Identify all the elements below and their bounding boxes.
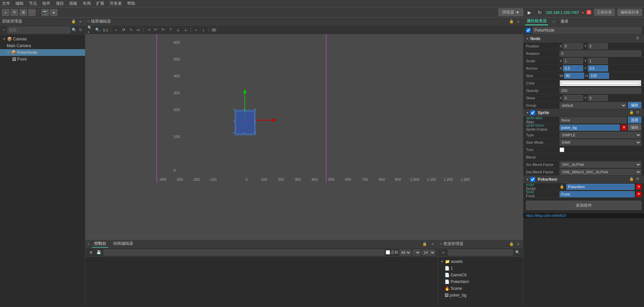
add-button[interactable]: + — [2, 9, 9, 16]
prop-script-remove-button[interactable]: ✕ — [636, 184, 641, 190]
hierarchy-add-button[interactable]: + — [1, 27, 7, 33]
section-sprite-lock[interactable]: 🔒 — [629, 110, 635, 115]
asset-item-gamectl[interactable]: 📄 GameCtl — [438, 272, 523, 278]
settings-button[interactable]: ⋯ — [28, 9, 36, 16]
sprite-enable-checkbox[interactable] — [530, 110, 535, 115]
console-type-select[interactable]: T — [413, 249, 421, 255]
console-clear-button[interactable]: ⊘ — [87, 249, 94, 255]
prop-front-remove-button[interactable]: ✕ — [636, 192, 641, 197]
prop-group-select[interactable]: default — [560, 102, 627, 108]
console-menu-button[interactable]: ≡ — [430, 241, 435, 247]
console-regex-checkbox[interactable] — [386, 250, 390, 254]
prop-size-h[interactable]: 103 — [589, 73, 609, 79]
prop-group-edit-button[interactable]: 编辑 — [628, 102, 641, 108]
prop-sprite-frame-input[interactable]: poker_bg — [560, 125, 620, 131]
menu-extend[interactable]: 扩展 — [96, 1, 104, 6]
tool-align-bottom[interactable]: ⊥ — [182, 27, 189, 33]
prop-sprite-frame-remove-button[interactable]: ✕ — [621, 125, 627, 130]
asset-item-assets[interactable]: ▼ 📁 assets — [438, 258, 523, 265]
prop-front-input[interactable]: Front — [560, 191, 635, 197]
section-sprite-settings[interactable]: ⚙ — [636, 110, 641, 115]
scene-refresh-button[interactable]: ↻ — [536, 9, 543, 16]
console-size-select[interactable]: 14 — [422, 249, 435, 255]
hierarchy-refresh-icon-button[interactable]: ↻ — [78, 27, 84, 33]
node-enable-checkbox[interactable] — [526, 28, 531, 33]
asset-item-pokeritem[interactable]: 📄 PokerItem — [438, 278, 523, 285]
tree-item-poker-node[interactable]: ▼ 📦 PokerNode — [0, 49, 85, 56]
prop-trim-checkbox[interactable] — [560, 147, 564, 152]
asset-item-scene[interactable]: 🔥 Scene — [438, 285, 523, 292]
section-pokeritem-settings[interactable]: ⚙ — [636, 177, 641, 182]
zoom-out-button[interactable]: 🔍- — [95, 27, 102, 33]
prop-scale-y[interactable]: 1 — [588, 58, 608, 64]
prop-color-picker[interactable] — [560, 80, 641, 86]
pokeritem-enable-checkbox[interactable] — [530, 177, 535, 182]
section-node-header[interactable]: ▼ Node ⚙ — [523, 35, 644, 42]
node-name-input[interactable]: PokerNode — [533, 27, 641, 34]
refresh-button[interactable]: ↻ — [11, 9, 18, 16]
tool-fit-height[interactable]: ↕ — [200, 27, 207, 33]
tool-scale[interactable]: ⤡ — [127, 27, 134, 33]
menu-dev[interactable]: 开发者 — [110, 1, 122, 6]
menu-component[interactable]: 组件 — [42, 1, 50, 6]
prop-size-mode-select[interactable]: RAW — [560, 139, 641, 145]
asset-item-poker-bg[interactable]: 🖼 poker_bg — [438, 292, 523, 299]
scene-viewport[interactable]: 使用鼠标右键平移视窗焦点, 使用滚轮缩放视图 — [85, 34, 523, 240]
tool-move[interactable]: ↔ — [113, 27, 119, 33]
asset-lock-button[interactable]: 🔒 — [509, 241, 514, 247]
console-filter-input[interactable] — [104, 249, 384, 255]
play-button[interactable]: ▶ — [526, 9, 533, 16]
console-tab[interactable]: 控制台 — [92, 240, 108, 248]
add-component-button[interactable]: 添加组件 — [526, 201, 641, 210]
project-manager-button[interactable]: 工程目录 — [594, 9, 615, 16]
section-node-settings[interactable]: ⚙ — [636, 36, 641, 41]
tool-align-right[interactable]: ⊢ — [160, 27, 167, 33]
menu-edit[interactable]: 编辑 — [15, 1, 24, 6]
console-lock-button[interactable]: 🔒 — [422, 241, 427, 247]
prop-position-x[interactable]: 0 — [563, 43, 583, 49]
scene-lock-button[interactable]: 🔒 — [509, 19, 514, 24]
prop-scale-x[interactable]: 1 — [563, 58, 583, 64]
screenshot-button[interactable]: 📷 — [41, 9, 49, 16]
prop-skew-y[interactable]: 0 — [588, 95, 608, 101]
asset-search-button[interactable]: 🔍 — [514, 249, 521, 255]
browser-selector[interactable]: 浏览器 ▼ — [498, 8, 523, 16]
zoom-reset-button[interactable]: 1:1 — [102, 27, 109, 33]
editor-manager-button[interactable]: 编辑器目录 — [617, 9, 642, 16]
tool-fit-width[interactable]: ↔ — [193, 27, 199, 33]
prop-sprite-frame-edit-button[interactable]: 编辑 — [628, 124, 641, 131]
tool-align-top[interactable]: ⊤ — [167, 27, 174, 33]
section-pokeritem-header[interactable]: ▼ PokerItem 🔒 ⚙ — [523, 176, 644, 183]
asset-search-input[interactable] — [448, 249, 513, 255]
inspector-tab-services[interactable]: 服务 — [559, 18, 570, 25]
hierarchy-lock-button[interactable]: 🔒 — [71, 19, 76, 24]
menu-node[interactable]: 节点 — [29, 1, 37, 6]
hierarchy-search-input[interactable] — [7, 27, 70, 33]
tool-align-center[interactable]: ⊢ — [153, 27, 159, 33]
scene-menu-button[interactable]: ≡ — [516, 19, 521, 24]
menu-help[interactable]: 帮助 — [127, 1, 135, 6]
hierarchy-menu-button[interactable]: ≡ — [78, 19, 83, 24]
asset-item-1[interactable]: 📄 1 — [438, 265, 523, 272]
tool-rect[interactable]: ▭ — [135, 27, 142, 33]
section-sprite-header[interactable]: ▼ Sprite 🔒 ⚙ — [523, 109, 644, 116]
prop-atlas-select-button[interactable]: 选择 — [628, 117, 641, 123]
console-filter-select[interactable]: All — [400, 249, 411, 255]
tool-align-middle[interactable]: ⊥ — [175, 27, 182, 33]
tree-item-main-camera[interactable]: Main Camera — [0, 42, 85, 49]
prop-dst-blend-select[interactable]: ONE_MINUS_SRC_ALPHA — [560, 169, 641, 175]
zoom-in-button[interactable]: 🔍+ — [87, 27, 94, 33]
asset-menu-button[interactable]: ≡ — [516, 241, 521, 247]
prop-sprite-type-select[interactable]: SIMPLE — [560, 132, 641, 138]
prop-script-input[interactable]: PokerItem — [566, 184, 635, 190]
tool-rotate[interactable]: ↺ — [120, 27, 127, 33]
prop-size-w[interactable]: 80 — [564, 73, 584, 79]
animation-tab[interactable]: 动画编辑器 — [111, 240, 135, 248]
tool-3d-mode[interactable]: 3D — [211, 27, 217, 33]
prop-anchor-x[interactable]: 0.5 — [563, 65, 583, 71]
menu-project[interactable]: 项目 — [56, 1, 64, 6]
prop-position-y[interactable]: 0 — [588, 43, 608, 49]
menu-panel[interactable]: 面板 — [69, 1, 77, 6]
console-save-button[interactable]: 💾 — [96, 249, 102, 255]
prop-opacity-input[interactable]: 255 — [560, 88, 641, 94]
